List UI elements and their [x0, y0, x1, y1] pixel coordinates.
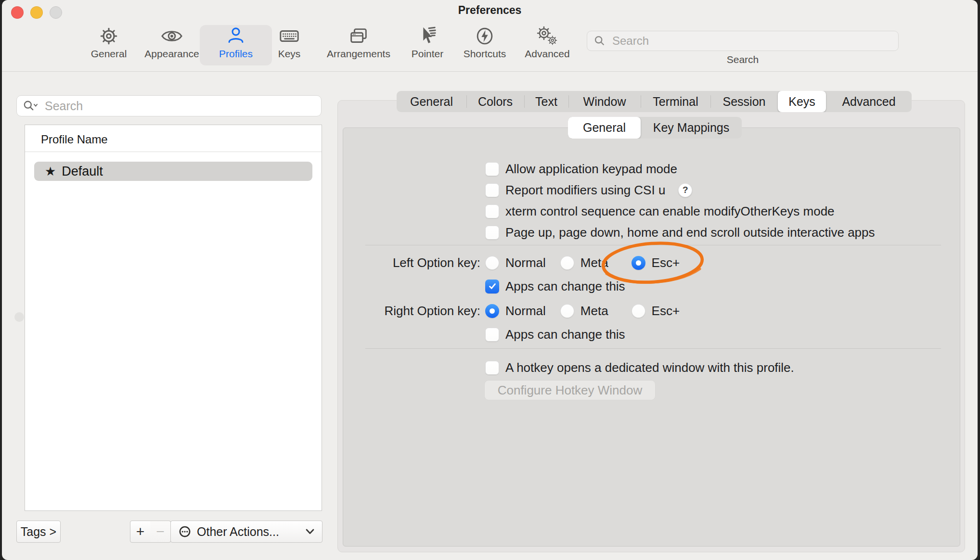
radio-right-esc[interactable] — [632, 304, 645, 318]
radio-right-meta[interactable] — [560, 304, 574, 318]
tab-session[interactable]: Session — [710, 91, 778, 112]
toolbar-item-shortcuts[interactable]: Shortcuts — [449, 25, 521, 65]
eye-icon — [161, 25, 183, 47]
right-option-label: Right Option key: — [353, 304, 480, 318]
checkbox-row: Page up, page down, home and end scroll … — [485, 225, 875, 240]
left-option-label: Left Option key: — [353, 255, 480, 270]
apps-change-row: Apps can change this — [485, 279, 625, 294]
other-actions-label: Other Actions... — [197, 525, 306, 539]
radio-left-esc[interactable] — [632, 256, 645, 270]
toolbar-label: Pointer — [412, 48, 444, 60]
checkbox-label: xterm control sequence can enable modify… — [505, 204, 835, 218]
tab-colors[interactable]: Colors — [466, 91, 524, 112]
checkbox-label: Report modifiers using CSI u — [505, 183, 665, 197]
right-option-row: Right Option key: Normal Meta Esc+ — [353, 303, 680, 318]
keys-subtab-bar: General Key Mappings — [568, 117, 742, 139]
toolbar-item-appearance[interactable]: Appearance — [136, 25, 208, 65]
radio-label: Esc+ — [652, 304, 680, 318]
checkbox-hotkey-window[interactable] — [485, 361, 499, 375]
search-menu-icon — [23, 99, 39, 113]
other-actions-dropdown[interactable]: Other Actions... — [170, 521, 322, 543]
remove-profile-button: − — [150, 521, 171, 543]
radio-label: Meta — [580, 255, 608, 270]
gear-icon — [98, 25, 120, 47]
tab-keys[interactable]: Keys — [778, 91, 826, 112]
cursor-icon — [416, 25, 438, 47]
checkbox-left-apps-change[interactable] — [485, 280, 499, 293]
profile-row-default[interactable]: ★ Default — [34, 162, 312, 181]
star-icon: ★ — [45, 164, 56, 178]
radio-label: Normal — [505, 304, 546, 318]
chevron-down-icon — [306, 529, 314, 535]
preferences-window: Preferences General Appearance Profiles … — [2, 0, 978, 560]
ellipsis-circle-icon — [179, 525, 191, 538]
checkbox-label: A hotkey opens a dedicated window with t… — [505, 360, 794, 375]
toolbar-item-keys[interactable]: Keys — [253, 25, 325, 65]
checkmark-icon — [488, 281, 497, 291]
person-icon — [225, 25, 247, 47]
radio-left-meta[interactable] — [560, 256, 574, 270]
search-icon — [593, 34, 606, 48]
add-profile-button[interactable]: + — [130, 521, 151, 543]
radio-label: Meta — [580, 304, 608, 318]
keyboard-icon — [278, 25, 300, 47]
checkbox-label: Apps can change this — [505, 279, 625, 293]
checkbox-label: Allow application keypad mode — [505, 162, 677, 176]
lightning-icon — [474, 25, 496, 47]
toolbar-search-field[interactable] — [587, 31, 899, 51]
toolbar-label: Advanced — [525, 48, 569, 60]
divider — [365, 245, 941, 245]
radio-label: Esc+ — [652, 255, 680, 270]
hotkey-row: A hotkey opens a dedicated window with t… — [485, 360, 794, 375]
tab-terminal[interactable]: Terminal — [641, 91, 710, 112]
checkbox-page-scroll[interactable] — [485, 226, 499, 240]
window-title: Preferences — [2, 4, 978, 17]
toolbar-item-arrangements[interactable]: Arrangements — [322, 25, 395, 65]
checkbox-csi-u[interactable] — [485, 183, 499, 197]
tab-window[interactable]: Window — [568, 91, 641, 112]
sidebar-dot — [14, 312, 24, 322]
profile-tab-bar: General Colors Text Window Terminal Sess… — [397, 91, 912, 112]
toolbar-label: General — [91, 48, 127, 60]
checkbox-modify-other-keys[interactable] — [485, 204, 499, 218]
help-button[interactable]: ? — [678, 183, 692, 197]
tab-general[interactable]: General — [397, 91, 466, 112]
checkbox-right-apps-change[interactable] — [485, 328, 499, 342]
windows-icon — [348, 25, 370, 47]
checkbox-row: Allow application keypad mode — [485, 161, 677, 177]
checkbox-label: Page up, page down, home and end scroll … — [505, 225, 875, 240]
list-header-divider — [25, 152, 322, 152]
toolbar-label: Appearance — [144, 48, 199, 60]
radio-right-normal[interactable] — [485, 304, 499, 318]
checkbox-label: Apps can change this — [505, 327, 625, 342]
divider — [365, 348, 941, 349]
checkbox-row: xterm control sequence can enable modify… — [485, 204, 835, 219]
radio-left-normal[interactable] — [485, 256, 499, 270]
toolbar-label: Keys — [278, 48, 301, 60]
toolbar-label: Shortcuts — [464, 48, 506, 60]
toolbar-divider — [2, 71, 978, 72]
toolbar-label: Arrangements — [327, 48, 390, 60]
checkbox-row: Report modifiers using CSI u ? — [485, 182, 692, 198]
gears-icon — [536, 25, 558, 47]
profile-list-header: Profile Name — [41, 133, 108, 146]
radio-label: Normal — [505, 255, 546, 270]
toolbar-item-advanced[interactable]: Advanced — [511, 25, 583, 65]
profile-list: Profile Name ★ Default — [25, 125, 322, 511]
toolbar-item-general[interactable]: General — [73, 25, 145, 65]
toolbar-search-caption: Search — [587, 54, 899, 65]
tab-text[interactable]: Text — [524, 91, 568, 112]
toolbar-search-input[interactable] — [611, 34, 892, 48]
configure-hotkey-window-button: Configure Hotkey Window — [484, 380, 656, 400]
apps-change-row: Apps can change this — [485, 327, 625, 342]
tab-advanced[interactable]: Advanced — [826, 91, 912, 112]
subtab-key-mappings[interactable]: Key Mappings — [641, 117, 742, 139]
toolbar-label: Profiles — [219, 48, 253, 60]
profile-name: Default — [62, 164, 103, 179]
left-option-row: Left Option key: Normal Meta Esc+ — [353, 255, 680, 270]
profile-search-field[interactable] — [16, 95, 322, 116]
profile-search-input[interactable] — [44, 99, 315, 114]
checkbox-allow-keypad[interactable] — [485, 162, 499, 176]
tags-button[interactable]: Tags > — [16, 521, 61, 543]
subtab-general[interactable]: General — [568, 117, 641, 139]
